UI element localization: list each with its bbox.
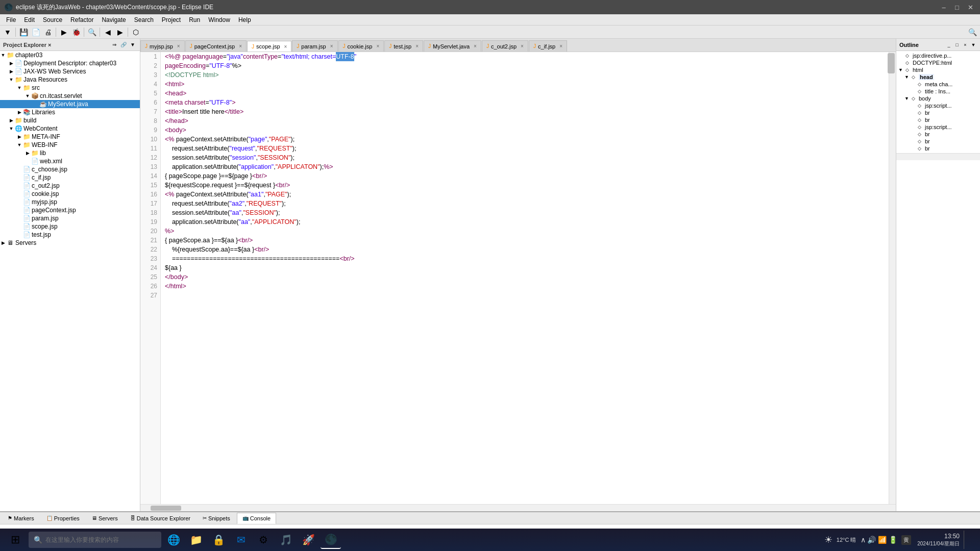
rp-item-5[interactable]: ◇title : Ins... [897, 88, 979, 95]
rp-item-0[interactable]: ◇jsp:directive.p... [897, 52, 979, 59]
pe-item-8[interactable]: ▶📁build [0, 116, 140, 124]
pe-item-17[interactable]: 📄cookie.jsp [0, 190, 140, 198]
editor-tab-4[interactable]: Jcookie.jsp× [338, 40, 384, 52]
show-desktop[interactable] [964, 531, 976, 549]
toolbar-search[interactable]: 🔍 [86, 27, 97, 37]
rp-item-11[interactable]: ◇br [897, 131, 979, 138]
editor-tab-5[interactable]: Jtest.jsp× [384, 40, 423, 52]
pe-item-19[interactable]: 📄pageContext.jsp [0, 206, 140, 214]
toolbar-search-icon[interactable]: 🔍 [967, 27, 978, 37]
pe-item-13[interactable]: 📄web.xml [0, 157, 140, 165]
start-button[interactable]: ⊞ [4, 531, 27, 549]
toolbar-btn-3[interactable]: 🖨 [42, 27, 54, 37]
pe-item-10[interactable]: ▶📁META-INF [0, 133, 140, 141]
menu-item-window[interactable]: Window [204, 14, 234, 25]
editor-tab-6[interactable]: JMyServlet.java× [424, 40, 481, 52]
taskbar-clock[interactable]: 13:50 2024/11/04/星期日 [917, 532, 960, 548]
rp-max[interactable]: □ [953, 41, 961, 48]
pe-menu[interactable]: ▼ [129, 41, 137, 49]
code-line-5[interactable]: <head> [165, 89, 889, 98]
pe-item-15[interactable]: 📄c_if.jsp [0, 173, 140, 182]
code-line-4[interactable]: <html> [165, 80, 889, 89]
bottom-tab-3[interactable]: 🗄Data Source Explorer [125, 513, 196, 524]
pe-item-5[interactable]: ▼📦cn.itcast.servlet [0, 92, 140, 100]
menu-item-project[interactable]: Project [158, 14, 185, 25]
editor-tab-2[interactable]: Jscope.jsp× [247, 41, 291, 52]
pe-item-12[interactable]: ▶📁lib [0, 149, 140, 157]
code-line-2[interactable]: pageEncoding="UTF-8"%> [165, 61, 889, 70]
rp-item-2[interactable]: ▼◇html [897, 66, 979, 73]
pe-item-9[interactable]: ▼🌐WebContent [0, 124, 140, 133]
rp-scrollbar[interactable] [896, 153, 980, 160]
maximize-button[interactable]: □ [951, 2, 963, 13]
pe-item-7[interactable]: ▶📚Libraries [0, 108, 140, 116]
toolbar-debug[interactable]: 🐞 [70, 27, 82, 37]
bottom-tab-0[interactable]: ⚑Markers [2, 513, 40, 524]
code-line-24[interactable]: ========================================… [165, 254, 889, 263]
code-line-15[interactable]: { pageScope.page }==${page }<br/> [165, 171, 889, 181]
code-line-13[interactable]: application.setAttribute("application","… [165, 162, 889, 171]
pe-item-3[interactable]: ▼📁Java Resources [0, 76, 140, 84]
code-line-21[interactable]: %> [165, 227, 889, 236]
taskbar-mail[interactable]: ✉ [231, 531, 251, 549]
code-line-25[interactable]: ${aa } [165, 263, 889, 272]
rp-item-7[interactable]: ◇jsp:script... [897, 102, 979, 109]
menu-item-search[interactable]: Search [130, 14, 158, 25]
editor-tab-8[interactable]: Jc_if.jsp× [529, 40, 567, 52]
rp-item-6[interactable]: ▼◇body [897, 95, 979, 102]
editor-tab-0[interactable]: Jmyjsp.jsp× [140, 40, 185, 52]
rp-item-3[interactable]: ▼◇head [897, 73, 979, 81]
pe-item-22[interactable]: 📄test.jsp [0, 231, 140, 239]
editor-tab-1[interactable]: JpageContext.jsp× [185, 40, 247, 52]
toolbar-ext[interactable]: ⬡ [130, 27, 141, 37]
pe-item-0[interactable]: ▼📁chapter03 [0, 51, 140, 59]
code-line-7[interactable]: <title>Insert title here</title> [165, 107, 889, 116]
pe-item-1[interactable]: ▶📄Deployment Descriptor: chapter03 [0, 59, 140, 67]
rp-item-9[interactable]: ◇br [897, 116, 979, 123]
menu-item-edit[interactable]: Edit [20, 14, 39, 25]
rp-item-8[interactable]: ◇br [897, 109, 979, 116]
code-line-23[interactable]: %{requestScope.aa}==${aa }<br/> [165, 245, 889, 254]
code-line-11[interactable]: request.setAttribute("request","REQUEST"… [165, 144, 889, 153]
rp-item-13[interactable]: ◇br [897, 145, 979, 152]
pe-item-2[interactable]: ▶📄JAX-WS Web Services [0, 67, 140, 76]
pe-item-21[interactable]: 📄scope.jsp [0, 222, 140, 231]
taskbar-search-input[interactable] [45, 536, 148, 543]
code-line-26[interactable]: </body> [165, 272, 889, 282]
code-line-3[interactable]: <!DOCTYPE html> [165, 70, 889, 80]
code-line-18[interactable]: request.setAttribute("aa2","REQUEST"); [165, 199, 889, 208]
pe-item-11[interactable]: ▼📁WEB-INF [0, 141, 140, 149]
taskbar-edge[interactable]: 🌐 [163, 531, 184, 549]
taskbar-security[interactable]: 🔒 [208, 531, 229, 549]
pe-item-16[interactable]: 📄c_out2.jsp [0, 182, 140, 190]
menu-item-run[interactable]: Run [185, 14, 204, 25]
editor-tab-7[interactable]: Jc_out2.jsp× [482, 40, 528, 52]
taskbar-music[interactable]: 🎵 [276, 531, 296, 549]
menu-item-navigate[interactable]: Navigate [97, 14, 130, 25]
code-line-16[interactable]: ${requestScope.request }==${request }<br… [165, 181, 889, 190]
rp-item-1[interactable]: ◇DOCTYPE:html [897, 59, 979, 66]
bottom-tab-1[interactable]: 📋Properties [41, 513, 85, 524]
toolbar-forward[interactable]: ▶ [114, 27, 126, 37]
code-line-22[interactable]: { pageScope.aa }==${aa }<br/> [165, 236, 889, 245]
taskbar-eclipse[interactable]: 🌑 [321, 531, 341, 549]
toolbar-run[interactable]: ▶ [58, 27, 69, 37]
pe-link[interactable]: 🔗 [119, 41, 128, 49]
pe-item-4[interactable]: ▼📁src [0, 84, 140, 92]
taskbar-app8[interactable]: 🚀 [298, 531, 318, 549]
menu-item-refactor[interactable]: Refactor [66, 14, 97, 25]
menu-item-file[interactable]: File [2, 14, 20, 25]
minimize-button[interactable]: – [938, 2, 949, 13]
rp-menu[interactable]: ▼ [970, 41, 977, 48]
code-line-6[interactable]: <meta charset="UTF-8"> [165, 98, 889, 107]
toolbar-back[interactable]: ◀ [102, 27, 113, 37]
pe-item-6[interactable]: ☕MyServlet.java [0, 100, 140, 108]
toolbar-btn-1[interactable]: ▼ [2, 27, 13, 37]
pe-item-14[interactable]: 📄c_choose.jsp [0, 165, 140, 173]
bottom-tab-4[interactable]: ✂Snippets [197, 513, 236, 524]
taskbar-explorer[interactable]: 📁 [186, 531, 206, 549]
code-line-27[interactable]: </html> [165, 282, 889, 291]
pe-collapse[interactable]: ⇒ [110, 41, 118, 49]
rp-item-4[interactable]: ◇meta cha... [897, 81, 979, 88]
menu-item-help[interactable]: Help [234, 14, 255, 25]
